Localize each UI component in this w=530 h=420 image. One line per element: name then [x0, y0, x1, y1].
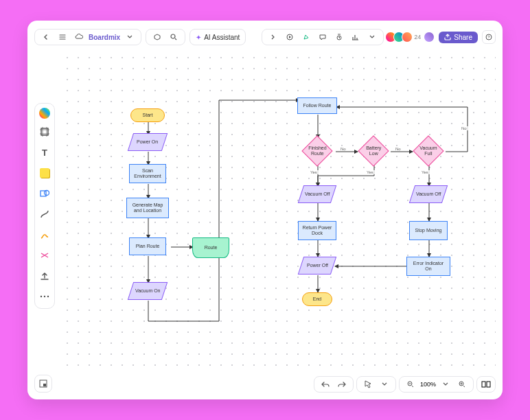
connector-icon[interactable]: [37, 207, 52, 222]
node-end[interactable]: End: [302, 292, 332, 306]
node-battery-low[interactable]: Battery Low: [358, 135, 389, 166]
node-gen-map[interactable]: Generate Map and Location: [126, 198, 169, 218]
highlighter-icon[interactable]: [37, 248, 52, 263]
node-power-on[interactable]: Power On: [128, 133, 168, 151]
avatar[interactable]: [424, 32, 435, 43]
node-error-ind[interactable]: Error Indicator On: [406, 257, 450, 276]
chevron-down-icon[interactable]: [123, 30, 137, 44]
svg-rect-12: [43, 384, 46, 386]
comment-icon[interactable]: [316, 30, 330, 44]
node-vacuum-on[interactable]: Vacuum On: [128, 282, 168, 300]
share-label: Share: [454, 34, 472, 41]
zoom-group: 100%: [399, 376, 474, 393]
svg-point-7: [45, 191, 49, 196]
more-tools-icon[interactable]: [37, 289, 52, 304]
zoom-value[interactable]: 100%: [420, 381, 436, 388]
text-icon[interactable]: T: [37, 145, 52, 160]
center-toolbar-group: [262, 29, 384, 45]
svg-rect-6: [41, 191, 46, 196]
node-scan-env[interactable]: Scan Environment: [129, 164, 166, 183]
play-icon[interactable]: [283, 30, 297, 44]
sticky-note-icon[interactable]: [37, 165, 52, 180]
edge-label-no: No: [339, 147, 347, 151]
tag-icon[interactable]: [150, 30, 164, 44]
svg-point-10: [47, 296, 49, 297]
cursor-icon[interactable]: [361, 377, 375, 391]
edge-label-yes: Yes: [309, 170, 319, 174]
shape-icon[interactable]: [37, 186, 52, 201]
cloud-icon: [72, 30, 86, 44]
node-return-dock[interactable]: Return Power Dock: [298, 221, 336, 240]
cursor-group: [356, 376, 396, 393]
side-toolbar: T: [34, 103, 55, 309]
svg-rect-5: [41, 128, 48, 135]
edge-label-no: No: [394, 147, 402, 151]
edge-label-yes: Yes: [420, 170, 430, 174]
node-vacuum-off-2[interactable]: Vacuum Off: [409, 185, 448, 203]
node-finished-route[interactable]: Finished Route: [301, 135, 332, 166]
svg-point-8: [41, 296, 42, 297]
node-vacuum-full[interactable]: Vacuum Full: [413, 135, 443, 166]
back-button[interactable]: [39, 30, 53, 44]
edge-label-no: No: [460, 126, 468, 130]
sparkle-icon: ✦: [196, 34, 201, 41]
more-icon[interactable]: [365, 30, 379, 44]
node-stop-moving[interactable]: Stop Moving: [409, 221, 448, 240]
node-plan-route[interactable]: Plan Route: [129, 237, 166, 255]
upload-icon[interactable]: [37, 268, 52, 283]
node-route-doc[interactable]: Route: [192, 237, 229, 258]
menu-icon[interactable]: [56, 30, 69, 44]
zoom-in-icon[interactable]: [455, 377, 469, 391]
svg-point-9: [44, 296, 45, 297]
node-vacuum-off-1[interactable]: Vacuum Off: [298, 185, 336, 203]
avatar[interactable]: [402, 32, 413, 43]
share-icon: [444, 34, 451, 40]
chevron-down-icon[interactable]: [439, 377, 452, 391]
palette-icon[interactable]: [39, 108, 50, 119]
ai-assistant-label: AI Assistant: [204, 34, 240, 41]
minimap-icon[interactable]: [34, 375, 52, 393]
document-title[interactable]: Boardmix: [89, 34, 120, 41]
top-toolbar: Boardmix ✦ AI Assistant: [34, 27, 496, 47]
canvas[interactable]: Start Power On Scan Environment Generate…: [62, 52, 496, 368]
chevron-down-icon[interactable]: [378, 377, 391, 391]
chart-icon[interactable]: [349, 30, 362, 44]
svg-rect-15: [482, 382, 485, 387]
node-start[interactable]: Start: [130, 108, 165, 122]
frame-icon[interactable]: [37, 124, 52, 139]
help-icon[interactable]: ?: [482, 30, 496, 44]
pages-icon[interactable]: [476, 376, 496, 393]
celebrate-icon[interactable]: [299, 30, 313, 44]
share-button[interactable]: Share: [439, 32, 478, 43]
undo-icon[interactable]: [319, 377, 332, 391]
ai-assistant-button[interactable]: ✦ AI Assistant: [189, 29, 246, 45]
node-power-off[interactable]: Power Off: [298, 257, 336, 275]
bottom-toolbar: 100%: [314, 376, 496, 393]
undo-redo-group: [314, 376, 354, 393]
avatar-count: 24: [414, 34, 421, 40]
svg-text:?: ?: [487, 35, 490, 39]
node-follow-route[interactable]: Follow Route: [297, 97, 337, 114]
svg-point-0: [171, 34, 175, 38]
timer-icon[interactable]: [332, 30, 346, 44]
app-window: Boardmix ✦ AI Assistant: [27, 21, 503, 399]
left-toolbar-group: Boardmix: [34, 29, 141, 45]
tag-search-group: [146, 29, 185, 45]
pen-icon[interactable]: [37, 227, 52, 242]
chevron-right-icon[interactable]: [266, 30, 280, 44]
collaborators[interactable]: 24: [388, 32, 435, 43]
svg-rect-16: [487, 382, 490, 387]
redo-icon[interactable]: [335, 377, 349, 391]
search-icon[interactable]: [167, 30, 181, 44]
zoom-out-icon[interactable]: [404, 377, 417, 391]
edge-label-yes: Yes: [365, 170, 375, 174]
